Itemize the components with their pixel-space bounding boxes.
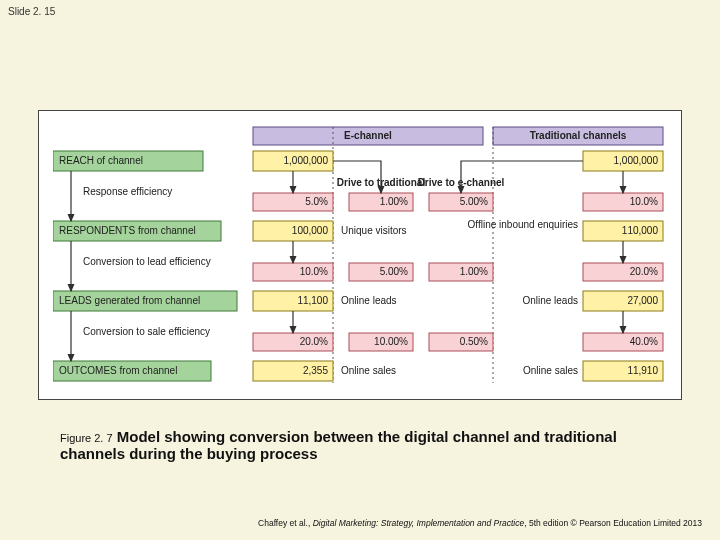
slide-number: Slide 2. 15 <box>8 6 55 17</box>
stage-outcomes: OUTCOMES from channel <box>59 365 177 376</box>
conversion-diagram: E-channel Traditional channels REACH of … <box>53 123 669 387</box>
dt-lead-eff: 5.00% <box>380 266 408 277</box>
lbl-offline-inbound: Offline inbound enquiries <box>468 219 578 230</box>
de-resp-eff: 5.00% <box>460 196 488 207</box>
lbl-conv-lead: Conversion to lead efficiency <box>83 256 211 267</box>
header-traditional: Traditional channels <box>530 130 627 141</box>
figure-number: Figure 2. 7 <box>60 432 113 444</box>
ech-leads: 11,100 <box>297 295 328 306</box>
diagram-frame: E-channel Traditional channels REACH of … <box>38 110 682 400</box>
de-lead-eff: 1.00% <box>460 266 488 277</box>
ech-outcomes: 2,355 <box>303 365 328 376</box>
figure-caption: Figure 2. 7 Model showing conversion bet… <box>60 428 660 462</box>
stage-respondents: RESPONDENTS from channel <box>59 225 196 236</box>
figure-caption-text: Model showing conversion between the dig… <box>60 428 617 462</box>
dt-resp-eff: 1.00% <box>380 196 408 207</box>
lbl-online-sales-l: Online sales <box>341 365 396 376</box>
stage-reach: REACH of channel <box>59 155 143 166</box>
trad-lead-eff: 20.0% <box>630 266 658 277</box>
lbl-response: Response efficiency <box>83 186 172 197</box>
trad-resp-eff: 10.0% <box>630 196 658 207</box>
stage-leads: LEADS generated from channel <box>59 295 200 306</box>
dt-sale-eff: 10.00% <box>374 336 408 347</box>
lbl-online-leads-r: Online leads <box>522 295 578 306</box>
footer: Chaffey et al., Digital Marketing: Strat… <box>258 518 702 528</box>
trad-reach: 1,000,000 <box>614 155 659 166</box>
lbl-online-sales-r: Online sales <box>523 365 578 376</box>
trad-outcomes: 11,910 <box>627 365 658 376</box>
de-sale-eff: 0.50% <box>460 336 488 347</box>
ech-respondents: 100,000 <box>292 225 329 236</box>
header-echannel: E-channel <box>344 130 392 141</box>
ech-lead-eff: 10.0% <box>300 266 328 277</box>
lbl-online-leads-l: Online leads <box>341 295 397 306</box>
lbl-conv-sale: Conversion to sale efficiency <box>83 326 210 337</box>
trad-sale-eff: 40.0% <box>630 336 658 347</box>
ech-sale-eff: 20.0% <box>300 336 328 347</box>
ech-reach: 1,000,000 <box>284 155 329 166</box>
ech-resp-eff: 5.0% <box>305 196 328 207</box>
trad-respondents: 110,000 <box>622 225 659 236</box>
trad-leads: 27,000 <box>627 295 658 306</box>
lbl-unique-visitors: Unique visitors <box>341 225 407 236</box>
